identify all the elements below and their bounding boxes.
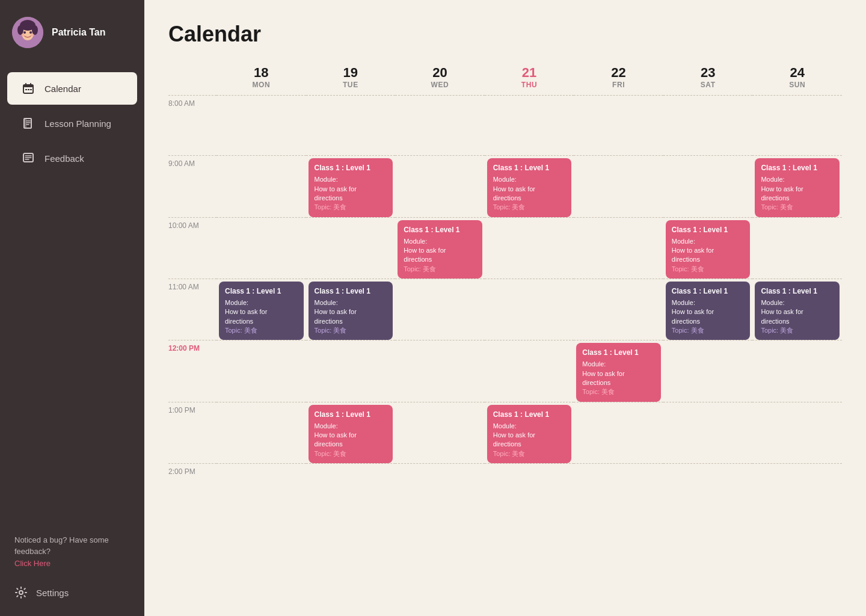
time-800: 8:00 AM — [168, 95, 216, 155]
svg-point-5 — [32, 25, 38, 35]
cell-tue-1200 — [306, 340, 396, 401]
card-title: Class 1 : Level 1 — [493, 410, 566, 420]
date-18: 18 — [216, 65, 306, 81]
sidebar-bottom: Noticed a bug? Have some feedback? Click… — [0, 522, 144, 617]
main-content: Calendar 18 MON 19 TUE 20 WED 21 THU 22 … — [144, 0, 866, 616]
card-topic: Topic: 美食 — [672, 265, 745, 274]
card-module: Module:How to ask fordirections — [493, 175, 566, 203]
svg-rect-11 — [23, 85, 33, 87]
class-card-tue-1100[interactable]: Class 1 : Level 1 Module:How to ask ford… — [309, 282, 393, 340]
class-card-tue-900[interactable]: Class 1 : Level 1 Module:How to ask ford… — [309, 158, 393, 217]
cell-sat-900 — [663, 155, 753, 217]
sidebar-item-feedback[interactable]: Feedback — [7, 142, 137, 174]
class-card-mon-1100[interactable]: Class 1 : Level 1 Module:How to ask ford… — [219, 282, 304, 340]
time-label-800: 8:00 AM — [168, 98, 201, 108]
class-card-sun-1100[interactable]: Class 1 : Level 1 Module:How to ask ford… — [755, 282, 840, 340]
card-topic: Topic: 美食 — [672, 326, 745, 335]
cell-wed-900 — [395, 155, 485, 217]
cell-thu-900[interactable]: Class 1 : Level 1 Module:How to ask ford… — [485, 155, 574, 217]
cell-thu-1100 — [485, 279, 574, 340]
svg-point-8 — [21, 34, 25, 36]
sidebar-item-settings[interactable]: Settings — [14, 581, 130, 604]
cell-sun-900[interactable]: Class 1 : Level 1 Module:How to ask ford… — [752, 155, 842, 217]
cell-sat-1200 — [663, 340, 753, 401]
class-card-tue-1300[interactable]: Class 1 : Level 1 Module:How to ask ford… — [309, 405, 393, 463]
card-title: Class 1 : Level 1 — [761, 286, 834, 297]
svg-point-4 — [17, 25, 23, 35]
profile-section: Patricia Tan — [0, 0, 144, 65]
cell-sat-1100[interactable]: Class 1 : Level 1 Module:How to ask ford… — [663, 279, 753, 340]
class-card-fri-1200[interactable]: Class 1 : Level 1 Module:How to ask ford… — [576, 343, 661, 401]
class-card-thu-900[interactable]: Class 1 : Level 1 Module:How to ask ford… — [487, 158, 572, 217]
time-1100: 11:00 AM — [168, 279, 216, 340]
cell-mon-1200 — [216, 340, 306, 401]
sidebar-item-label-feedback: Feedback — [45, 153, 84, 164]
sidebar-item-calendar[interactable]: Calendar — [7, 72, 137, 105]
page-title: Calendar — [168, 22, 842, 47]
class-card-sun-900[interactable]: Class 1 : Level 1 Module:How to ask ford… — [755, 158, 840, 217]
time-label-900: 9:00 AM — [168, 158, 201, 168]
class-card-sat-1100[interactable]: Class 1 : Level 1 Module:How to ask ford… — [666, 282, 751, 340]
sidebar-item-lesson-planning[interactable]: Lesson Planning — [7, 107, 137, 140]
sidebar-item-label-calendar: Calendar — [45, 84, 81, 94]
card-topic: Topic: 美食 — [761, 203, 834, 212]
sidebar: Patricia Tan Calendar — [0, 0, 144, 616]
col-header-thu: 21 THU — [485, 65, 574, 95]
cell-sun-1100[interactable]: Class 1 : Level 1 Module:How to ask ford… — [752, 279, 842, 340]
card-title: Class 1 : Level 1 — [315, 163, 387, 173]
cell-mon-1100[interactable]: Class 1 : Level 1 Module:How to ask ford… — [216, 279, 306, 340]
svg-point-6 — [23, 31, 26, 34]
svg-point-9 — [31, 34, 34, 36]
cell-tue-1400 — [306, 463, 396, 523]
card-title: Class 1 : Level 1 — [225, 286, 298, 297]
cell-thu-800 — [485, 95, 574, 155]
cell-mon-1400 — [216, 463, 306, 523]
card-module: Module:How to ask fordirections — [761, 175, 834, 203]
class-card-thu-1300[interactable]: Class 1 : Level 1 Module:How to ask ford… — [487, 405, 572, 463]
cell-fri-1200[interactable]: Class 1 : Level 1 Module:How to ask ford… — [574, 340, 663, 401]
day-fri: FRI — [574, 81, 663, 89]
cell-tue-1000 — [306, 217, 396, 279]
cell-fri-1400 — [574, 463, 663, 523]
col-header-wed: 20 WED — [395, 65, 485, 95]
date-19: 19 — [306, 65, 396, 81]
class-card-wed-1000[interactable]: Class 1 : Level 1 Module:How to ask ford… — [398, 220, 482, 279]
cell-sun-1300 — [752, 402, 842, 463]
card-topic: Topic: 美食 — [315, 449, 387, 458]
card-topic: Topic: 美食 — [225, 326, 298, 335]
cell-tue-1300[interactable]: Class 1 : Level 1 Module:How to ask ford… — [306, 402, 396, 463]
svg-point-26 — [19, 591, 23, 594]
date-24: 24 — [752, 65, 842, 81]
card-module: Module:How to ask fordirections — [761, 298, 834, 326]
cell-fri-1100 — [574, 279, 663, 340]
date-21: 21 — [485, 65, 574, 81]
card-title: Class 1 : Level 1 — [315, 286, 387, 297]
cell-tue-1100[interactable]: Class 1 : Level 1 Module:How to ask ford… — [306, 279, 396, 340]
settings-icon — [14, 586, 28, 599]
book-icon — [22, 117, 35, 130]
cell-sun-1200 — [752, 340, 842, 401]
date-23: 23 — [663, 65, 753, 81]
time-900: 9:00 AM — [168, 155, 216, 217]
day-sat: SAT — [663, 81, 753, 89]
day-tue: TUE — [306, 81, 396, 89]
col-header-fri: 22 FRI — [574, 65, 663, 95]
time-label-1000: 10:00 AM — [168, 220, 205, 230]
class-card-sat-1000[interactable]: Class 1 : Level 1 Module:How to ask ford… — [666, 220, 751, 279]
card-module: Module:How to ask fordirections — [315, 298, 387, 326]
cell-wed-800 — [395, 95, 485, 155]
cell-fri-1300 — [574, 402, 663, 463]
cell-sun-800 — [752, 95, 842, 155]
svg-rect-16 — [30, 89, 32, 90]
svg-rect-18 — [24, 119, 26, 128]
date-22: 22 — [574, 65, 663, 81]
cell-wed-1000[interactable]: Class 1 : Level 1 Module:How to ask ford… — [395, 217, 485, 279]
bug-feedback-link[interactable]: Click Here — [14, 559, 51, 568]
cell-sat-1000[interactable]: Class 1 : Level 1 Module:How to ask ford… — [663, 217, 753, 279]
profile-name: Patricia Tan — [52, 27, 106, 38]
cell-sun-1400 — [752, 463, 842, 523]
cell-tue-900[interactable]: Class 1 : Level 1 Module:How to ask ford… — [306, 155, 396, 217]
cell-thu-1300[interactable]: Class 1 : Level 1 Module:How to ask ford… — [485, 402, 574, 463]
cell-mon-900 — [216, 155, 306, 217]
sidebar-nav: Calendar Lesson Planning — [0, 65, 144, 182]
